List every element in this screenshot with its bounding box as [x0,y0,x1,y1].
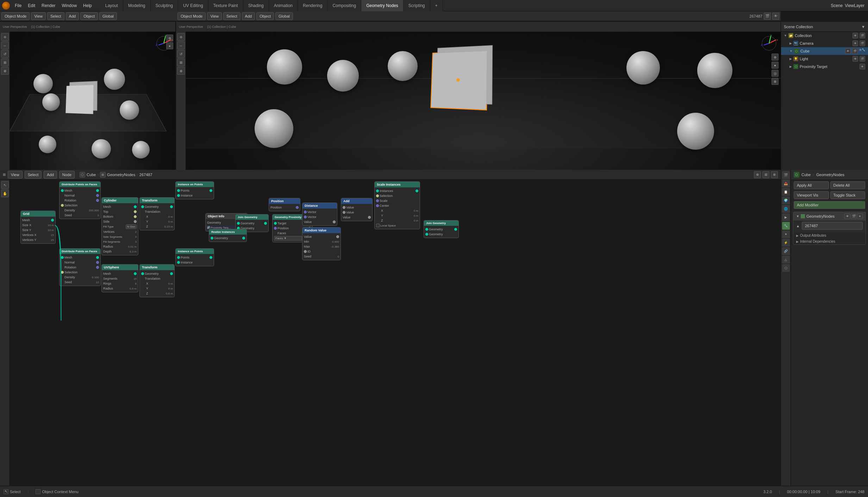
tab-texture-paint[interactable]: Texture Paint [208,0,243,11]
light-render-vis[interactable]: 🎬 [860,56,865,62]
internal-deps-row[interactable]: ▶ Internal Dependencies [793,238,866,244]
sphere-right-2[interactable] [327,60,359,92]
object-props-btn[interactable]: ▶ [782,213,790,221]
overlay-toggle-r[interactable]: ⊕ [772,54,779,61]
tab-layout[interactable]: Layout [100,0,123,11]
physics-props-btn[interactable]: ⚡ [782,239,790,247]
menu-window[interactable]: Window [59,2,80,10]
scale-tool-r[interactable]: ⊞ [177,58,185,66]
sphere-left-1[interactable] [33,74,53,93]
sphere-right-1[interactable] [267,49,302,85]
modifier-expand-icon[interactable]: ▼ [796,215,799,218]
node-transform-2[interactable]: Transform Geometry Translation X 0 m [139,264,175,297]
render-props-btn[interactable]: 🎬 [782,171,790,179]
shading-toggle-r[interactable]: ● [772,62,779,69]
select-mode-icon[interactable]: ↖ [4,489,8,494]
geoprox-faces-dropdown[interactable]: Faces ▼ [274,236,302,241]
camera-render-vis[interactable]: 🎬 [860,41,865,46]
tab-rendering[interactable]: Rendering [298,0,327,11]
cube-object-left[interactable] [65,85,93,114]
node-uv-sphere[interactable]: UVSphere Mesh Segments 16 Rings 8 [101,264,138,292]
rotate-tool[interactable]: ↺ [1,50,9,58]
cursor-tool-r[interactable]: ✛ [177,33,185,41]
menu-render[interactable]: Render [39,2,58,10]
tab-scripting[interactable]: Scripting [404,0,430,11]
tab-animation[interactable]: Animation [269,0,298,11]
prox-visibility[interactable]: 👁 [860,64,865,69]
toolbar-select-right[interactable]: Select [223,12,241,20]
outliner-item-proximity[interactable]: ▶ ⬡ Proximity Target 👁 [781,63,868,70]
tab-geometry-nodes[interactable]: Geometry Nodes [361,0,404,11]
sphere-left-5[interactable] [39,136,56,153]
sphere-left-7[interactable] [132,141,150,159]
tab-add[interactable]: + [430,0,443,11]
rotate-tool-r[interactable]: ↺ [177,50,185,58]
node-cylinder[interactable]: Cylinder Mesh Top Bottom [101,197,138,255]
toolbar-object-right[interactable]: Object [256,12,274,20]
node-distribute-1[interactable]: Distribute Points on Faces Mesh Normal R… [59,181,101,219]
object-mode-btn-right[interactable]: Object Mode [177,12,206,20]
toolbar-add-right[interactable]: Add [242,12,255,20]
node-node-btn[interactable]: Node [59,171,75,179]
node-grid[interactable]: Grid Mesh Size X 10 m Size Y 10 m [20,211,56,244]
tab-compositing[interactable]: Compositing [327,0,361,11]
move-tool-r[interactable]: ↔ [177,42,185,49]
node-pan-tool[interactable]: ✋ [1,190,9,197]
outliner-item-camera[interactable]: ▶ 📷 Camera 👁 🎬 [781,39,868,47]
material-props-btn[interactable]: ⬡ [782,264,790,272]
move-tool[interactable]: ↔ [1,42,9,49]
global-btn-right[interactable]: Global [275,12,293,20]
modifier-delete-icon[interactable]: ✕ [857,213,863,219]
outliner-item-cube[interactable]: ▼ ⬡ Cube 👁 🎬 ⊞🔧 [781,47,868,55]
sphere-left-4[interactable] [120,100,139,120]
output-props-btn[interactable]: 📤 [782,180,790,187]
sphere-right-7[interactable] [677,113,714,150]
scene-props-btn[interactable]: 🌍 [782,197,790,204]
tab-modeling[interactable]: Modeling [123,0,151,11]
node-join-geo-final[interactable]: Join Geometry Geometry Geometry [424,220,459,238]
menu-file[interactable]: File [12,2,24,10]
transform-tool[interactable]: ⊕ [1,67,9,75]
node-instance-1[interactable]: Instance on Points Points Instance [175,181,214,199]
tab-uv-editing[interactable]: UV Editing [178,0,208,11]
render-shading-r[interactable]: ◎ [772,70,779,77]
world-props-btn[interactable]: 🌐 [782,205,790,213]
node-distance[interactable]: Distance Vector Vector Value [302,203,337,226]
visibility-eye[interactable]: 👁 [853,33,858,38]
sphere-right-5[interactable] [697,53,732,88]
sphere-left-2[interactable] [42,93,60,111]
node-realize-instances[interactable]: Realize Instances Geometry [209,229,247,242]
toolbar-add[interactable]: Add [66,12,79,20]
node-cyl-filltype-dropdown[interactable]: N Gon [126,224,137,229]
sphere-left-3[interactable] [104,69,125,90]
light-visibility[interactable]: 👁 [853,56,858,62]
particles-props-btn[interactable]: ✦ [782,230,790,238]
cube-render-vis[interactable]: 🎬 [852,48,858,54]
render-visibility[interactable]: 🎬 [860,33,865,38]
tab-sculpting[interactable]: Sculpting [151,0,178,11]
toggle-stack-btn[interactable]: Toggle Stack [830,191,866,199]
global-btn[interactable]: Global [99,12,117,20]
node-transform-1[interactable]: Transform Geometry Translation X 0 m [139,197,175,230]
node-add-btn[interactable]: Add [44,171,57,179]
delete-all-btn[interactable]: Delete All [830,181,866,189]
menu-help[interactable]: Help [80,2,95,10]
node-scale-instances[interactable]: Scale Instances Instances Selection Sca [374,181,420,229]
node-select-tool[interactable]: ↖ [1,181,9,189]
toolbar-view-right[interactable]: View [207,12,222,20]
xray-r[interactable]: ⊗ [772,78,779,85]
outliner-item-light[interactable]: ▶ 💡 Light 👁 🎬 [781,55,868,63]
menu-edit[interactable]: Edit [25,2,38,10]
node-snap-btn[interactable]: ⊕ [754,171,761,178]
modifier-vis-icon[interactable]: 👁 [844,213,850,219]
camera-visibility[interactable]: 👁 [853,41,858,46]
modifier-props-btn active[interactable]: 🔧 [782,222,790,230]
frame-value[interactable]: 267487 [802,222,863,230]
node-zoom-btn[interactable]: ⊗ [771,171,778,178]
transform-tool-r[interactable]: ⊕ [177,67,185,75]
node-canvas[interactable]: Grid Mesh Size X 10 m Size Y 10 m [10,180,781,486]
data-props-btn[interactable]: △ [782,256,790,263]
camera-view-btn[interactable]: 🎬 [764,13,771,20]
sphere-right-4[interactable] [626,51,660,85]
sphere-right-6[interactable] [255,109,293,148]
